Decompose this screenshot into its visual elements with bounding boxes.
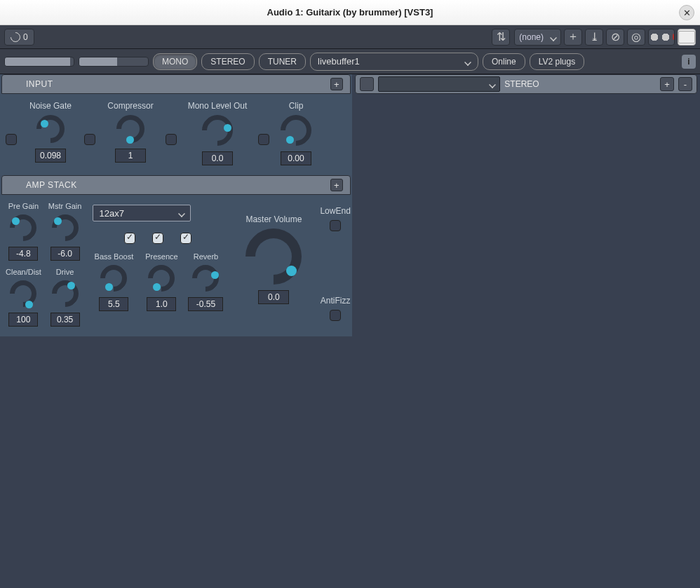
noise-gate-enable-checkbox[interactable]: [6, 134, 17, 145]
tape-icon: ⏺⏺: [649, 31, 671, 43]
keyboard-icon: [678, 31, 695, 43]
reverb-label: Reverb: [194, 252, 218, 261]
close-icon: ✕: [683, 8, 691, 18]
stereo-add-button[interactable]: +: [660, 77, 674, 91]
clean-dist-label: Clean/Dist: [6, 268, 41, 276]
master-volume-value[interactable]: 0.0: [258, 290, 289, 304]
preset-select-label: livebuffer1: [318, 56, 360, 67]
clip-enable-checkbox[interactable]: [258, 134, 269, 145]
lowend-label: LowEnd: [320, 206, 350, 216]
mstr-gain-label: Mstr Gain: [48, 202, 82, 210]
mono-level-knob[interactable]: Mono Level Out 0.0: [182, 101, 253, 165]
section-amp-title: AMP STACK: [26, 180, 77, 190]
delete-preset-button[interactable]: ⊘: [606, 29, 624, 46]
clip-value[interactable]: 0.00: [281, 151, 311, 165]
window-titlebar: Audio 1: Guitarix (by brummer) [VST3] ✕: [0, 0, 700, 25]
stereo-header-bar: STEREO + -: [355, 74, 697, 94]
chevron-down-icon: [176, 209, 184, 217]
target-button[interactable]: ◎: [627, 29, 645, 46]
presence-label: Presence: [145, 252, 177, 261]
stereo-enable-checkbox[interactable]: [360, 77, 374, 91]
mstr-gain-knob[interactable]: Mstr Gain -6.0: [48, 202, 82, 261]
noise-gate-value[interactable]: 0.098: [35, 149, 66, 163]
master-volume-knob[interactable]: Master Volume 0.0: [238, 202, 309, 304]
save-icon: ⤓: [590, 30, 599, 43]
plus-icon: ＋: [567, 29, 579, 44]
reverb-checkbox[interactable]: [180, 233, 191, 244]
mstr-gain-value[interactable]: -6.0: [51, 247, 80, 261]
presence-checkbox[interactable]: [152, 233, 163, 244]
section-input-title: INPUT: [26, 79, 53, 89]
target-icon: ◎: [631, 30, 641, 43]
save-preset-button[interactable]: ⤓: [585, 29, 603, 46]
noise-gate-knob[interactable]: Noise Gate 0.098: [22, 101, 79, 163]
mono-level-label: Mono Level Out: [188, 101, 248, 111]
pre-gain-value[interactable]: -4.8: [8, 247, 38, 261]
window-title: Audio 1: Guitarix (by brummer) [VST3]: [267, 7, 433, 18]
drive-value[interactable]: 0.35: [51, 313, 80, 327]
tube-model-select[interactable]: 12ax7: [93, 205, 191, 221]
add-preset-button[interactable]: ＋: [564, 29, 582, 46]
history-count: 0: [23, 32, 28, 42]
routing-icon: ⇅: [497, 30, 506, 43]
mode-tuner-button[interactable]: TUNER: [259, 53, 306, 70]
compressor-value[interactable]: 1: [115, 149, 146, 163]
chevron-down-icon: [548, 33, 556, 41]
bass-boost-knob[interactable]: Bass Boost 5.5: [93, 252, 135, 311]
compressor-knob[interactable]: Compressor 1: [101, 101, 160, 163]
host-toolbar: 0 ⇅ (none) ＋ ⤓ ⊘ ◎ ⏺⏺: [0, 25, 700, 49]
drive-knob[interactable]: Drive 0.35: [48, 268, 82, 327]
stereo-remove-button[interactable]: -: [678, 77, 692, 91]
compressor-enable-checkbox[interactable]: [84, 134, 95, 145]
lowend-checkbox[interactable]: [330, 220, 341, 231]
automation-record-button[interactable]: ⏺⏺: [648, 29, 675, 46]
section-amp-add-button[interactable]: +: [330, 179, 343, 191]
routing-button[interactable]: ⇅: [492, 29, 510, 46]
antifizz-checkbox[interactable]: [330, 310, 341, 321]
mode-row: MONO STEREO TUNER livebuffer1 Online LV2…: [0, 49, 700, 74]
online-button[interactable]: Online: [483, 53, 525, 70]
noise-gate-label: Noise Gate: [29, 101, 72, 111]
info-button[interactable]: i: [682, 55, 696, 69]
bass-boost-value[interactable]: 5.5: [99, 297, 128, 311]
forbid-icon: ⊘: [611, 30, 620, 43]
bass-boost-checkbox[interactable]: [124, 233, 135, 244]
pre-gain-label: Pre Gain: [8, 202, 39, 210]
pan-slider-1[interactable]: [4, 57, 74, 67]
undo-history-button[interactable]: 0: [4, 29, 34, 46]
mono-column: INPUT + Noise Gate 0.098 Compressor 1: [0, 74, 352, 336]
pan-slider-2[interactable]: [79, 57, 149, 67]
mode-mono-button[interactable]: MONO: [153, 53, 197, 70]
presence-value[interactable]: 1.0: [147, 297, 176, 311]
section-input-add-button[interactable]: +: [330, 78, 343, 90]
section-input-header[interactable]: INPUT +: [1, 74, 351, 94]
window-close-button[interactable]: ✕: [679, 5, 694, 20]
preset-select[interactable]: livebuffer1: [310, 53, 478, 71]
master-volume-label: Master Volume: [245, 214, 302, 224]
mono-level-enable-checkbox[interactable]: [166, 134, 177, 145]
clean-dist-knob[interactable]: Clean/Dist 100: [6, 268, 41, 327]
antifizz-label: AntiFizz: [321, 296, 351, 306]
keyboard-button[interactable]: [678, 29, 696, 46]
tube-model-label: 12ax7: [99, 208, 123, 219]
clip-knob[interactable]: Clip 0.00: [275, 101, 317, 165]
pre-gain-knob[interactable]: Pre Gain -4.8: [6, 202, 41, 261]
section-amp-header[interactable]: AMP STACK +: [1, 175, 351, 195]
stereo-slot-select[interactable]: [378, 76, 500, 92]
lv2-plugs-button[interactable]: LV2 plugs: [530, 53, 584, 70]
presence-knob[interactable]: Presence 1.0: [142, 252, 181, 311]
bass-boost-label: Bass Boost: [95, 252, 134, 261]
clip-label: Clip: [289, 101, 304, 111]
preset-group-select[interactable]: (none): [514, 29, 561, 46]
clean-dist-value[interactable]: 100: [8, 313, 38, 327]
record-dot-icon: [673, 34, 674, 40]
chevron-down-icon: [462, 57, 471, 66]
compressor-label: Compressor: [107, 101, 153, 111]
section-amp-stack: AMP STACK + Pre Gain -4.8: [0, 175, 352, 336]
mono-level-value[interactable]: 0.0: [202, 151, 233, 165]
plugin-body: INPUT + Noise Gate 0.098 Compressor 1: [0, 74, 700, 588]
mode-stereo-button[interactable]: STEREO: [201, 53, 254, 70]
reverb-value[interactable]: -0.55: [188, 297, 223, 311]
reverb-knob[interactable]: Reverb -0.55: [188, 252, 223, 311]
drive-label: Drive: [56, 268, 74, 276]
